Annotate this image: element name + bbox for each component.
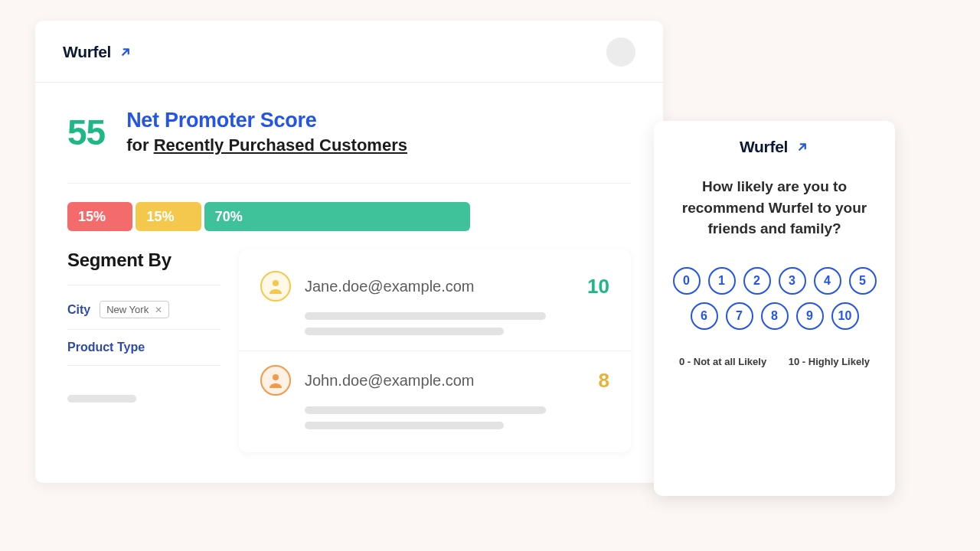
respondent-item[interactable]: John.doe@example.com 8 bbox=[239, 350, 631, 445]
respondent-header: Jane.doe@example.com 10 bbox=[260, 271, 609, 302]
rating-9-button[interactable]: 9 bbox=[796, 302, 824, 330]
respondent-comment-placeholder bbox=[305, 406, 609, 429]
respondent-item[interactable]: Jane.doe@example.com 10 bbox=[239, 257, 631, 350]
rating-8-button[interactable]: 8 bbox=[761, 302, 789, 330]
respondent-email: John.doe@example.com bbox=[305, 372, 585, 390]
nps-subtitle-prefix: for bbox=[126, 135, 153, 155]
nps-segment-link[interactable]: Recently Purchased Customers bbox=[154, 135, 407, 155]
placeholder-line bbox=[67, 395, 136, 403]
avatar-icon bbox=[260, 365, 291, 396]
respondent-score: 8 bbox=[599, 369, 609, 393]
respondent-header: John.doe@example.com 8 bbox=[260, 365, 609, 396]
segment-title: Segment By bbox=[67, 249, 220, 271]
divider bbox=[67, 285, 220, 285]
brand: Wurfel bbox=[665, 138, 884, 156]
svg-point-0 bbox=[273, 280, 279, 286]
rating-3-button[interactable]: 3 bbox=[779, 267, 806, 295]
city-filter-chip[interactable]: New York ✕ bbox=[100, 301, 169, 318]
legend-right: 10 - Highly Likely bbox=[789, 356, 870, 367]
nps-subtitle: for Recently Purchased Customers bbox=[126, 135, 407, 155]
promoters-segment: 70% bbox=[204, 202, 470, 231]
rating-1-button[interactable]: 1 bbox=[708, 267, 736, 295]
close-icon[interactable]: ✕ bbox=[155, 305, 162, 315]
passives-segment: 15% bbox=[136, 202, 201, 231]
filter-product-label: Product Type bbox=[67, 341, 145, 354]
segment-panel: Segment By City New York ✕ Product Type bbox=[67, 249, 220, 452]
brand-name: Wurfel bbox=[63, 43, 111, 61]
rating-10-button[interactable]: 10 bbox=[831, 302, 859, 330]
rating-2-button[interactable]: 2 bbox=[743, 267, 771, 295]
user-avatar[interactable] bbox=[606, 37, 635, 67]
avatar-icon bbox=[260, 271, 291, 302]
rating-0-button[interactable]: 0 bbox=[673, 267, 701, 295]
respondent-comment-placeholder bbox=[305, 312, 609, 335]
filter-city-row[interactable]: City New York ✕ bbox=[67, 296, 220, 330]
city-chip-label: New York bbox=[106, 304, 149, 315]
brand: Wurfel bbox=[63, 43, 132, 61]
brand-arrow-icon bbox=[119, 45, 132, 59]
respondent-email: Jane.doe@example.com bbox=[305, 278, 573, 295]
rating-5-button[interactable]: 5 bbox=[849, 267, 877, 295]
respondents-list: Jane.doe@example.com 10 John.doe@example… bbox=[239, 249, 631, 452]
detractors-segment: 15% bbox=[67, 202, 132, 231]
rating-6-button[interactable]: 6 bbox=[691, 302, 718, 330]
legend-left: 0 - Not at all Likely bbox=[679, 356, 766, 367]
nps-title: Net Promoter Score bbox=[126, 109, 407, 132]
nps-heading-group: Net Promoter Score for Recently Purchase… bbox=[126, 109, 407, 155]
filter-product-row[interactable]: Product Type bbox=[67, 330, 220, 366]
brand-name: Wurfel bbox=[740, 138, 788, 156]
promoters-label: 70% bbox=[215, 209, 243, 225]
survey-question: How likely are you to recommend Wurfel t… bbox=[665, 176, 884, 240]
lower-panels: Segment By City New York ✕ Product Type bbox=[35, 231, 663, 452]
rating-button-group: 0 1 2 3 4 5 6 7 8 9 10 bbox=[665, 267, 884, 330]
dashboard-card: Wurfel 55 Net Promoter Score for Recentl… bbox=[35, 21, 663, 483]
brand-arrow-icon bbox=[795, 140, 809, 154]
filter-city-label: City bbox=[67, 303, 90, 317]
nps-distribution-bar: 15% 15% 70% bbox=[35, 184, 502, 231]
rating-7-button[interactable]: 7 bbox=[726, 302, 753, 330]
nps-summary: 55 Net Promoter Score for Recently Purch… bbox=[35, 83, 663, 160]
svg-point-1 bbox=[273, 374, 279, 380]
rating-4-button[interactable]: 4 bbox=[814, 267, 841, 295]
detractors-label: 15% bbox=[78, 209, 106, 225]
rating-legend: 0 - Not at all Likely 10 - Highly Likely bbox=[665, 356, 884, 367]
dashboard-header: Wurfel bbox=[35, 21, 663, 83]
respondent-score: 10 bbox=[587, 275, 609, 298]
passives-label: 15% bbox=[146, 209, 174, 225]
nps-score-value: 55 bbox=[67, 112, 105, 153]
survey-card: Wurfel How likely are you to recommend W… bbox=[654, 121, 895, 496]
